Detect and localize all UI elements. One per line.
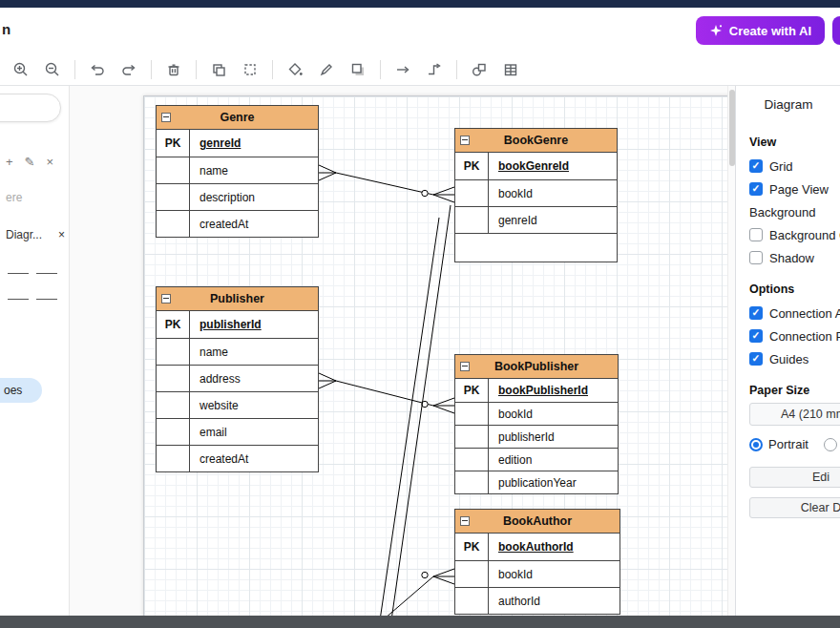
pk-cell — [157, 211, 190, 237]
connection-points-option[interactable]: Connection Po — [749, 324, 840, 347]
shadow-icon[interactable] — [348, 60, 368, 79]
entity-bookgenre[interactable]: BookGenre PKbookGenreId bookId genreId — [454, 128, 618, 262]
more-shapes-item[interactable]: oes — [0, 378, 42, 403]
table-row[interactable]: PKgenreId — [157, 130, 318, 157]
page-view-checkbox[interactable] — [749, 182, 763, 196]
table-row[interactable]: publisherId — [455, 425, 618, 448]
zoom-in-icon[interactable] — [11, 60, 31, 79]
table-row[interactable]: PKbookAuthorId — [455, 534, 620, 560]
collapse-icon[interactable] — [460, 362, 470, 371]
zoom-out-icon[interactable] — [43, 60, 62, 79]
field-cell: name — [190, 339, 318, 365]
close-icon[interactable]: × — [47, 155, 54, 169]
collapse-icon[interactable] — [460, 516, 470, 526]
orientation-row: Portrait — [749, 437, 837, 451]
line-shape[interactable] — [4, 262, 32, 286]
field-cell: bookId — [489, 561, 620, 587]
entity-publisher[interactable]: Publisher PKpublisherId name address web… — [156, 286, 319, 472]
line-shape[interactable] — [32, 262, 61, 286]
table-row[interactable]: PKpublisherId — [157, 311, 318, 338]
more-shapes-label: oes — [4, 384, 22, 397]
grid-checkbox[interactable] — [749, 159, 763, 173]
insert-table-icon[interactable] — [501, 60, 520, 79]
cutoff-purple-button[interactable] — [832, 16, 840, 45]
landscape-radio[interactable] — [824, 438, 837, 451]
table-row[interactable]: email — [157, 418, 318, 445]
table-row[interactable]: PKbookPublisherId — [455, 379, 618, 402]
background-color-checkbox[interactable] — [749, 228, 763, 241]
line-color-icon[interactable] — [317, 60, 336, 79]
line-shape[interactable] — [4, 286, 32, 311]
add-icon[interactable]: + — [6, 155, 13, 169]
background-color-option[interactable]: Background C — [749, 223, 840, 246]
collapse-icon[interactable] — [460, 136, 470, 145]
page-view-option[interactable]: Page View — [749, 178, 840, 200]
table-row[interactable]: bookId — [455, 402, 618, 425]
connection-points-checkbox[interactable] — [749, 329, 763, 343]
table-row[interactable]: name — [157, 157, 318, 183]
entity-bookauthor[interactable]: BookAuthor PKbookAuthorId bookId authorI… — [454, 509, 620, 615]
table-row[interactable]: publicationYear — [455, 471, 618, 493]
field-cell: edition — [489, 449, 618, 471]
table-row[interactable]: edition — [455, 448, 618, 471]
clear-default-button[interactable]: Clear D — [749, 497, 840, 518]
entity-genre[interactable]: Genre PKgenreId name description created… — [156, 105, 319, 238]
field-cell: email — [190, 419, 318, 445]
undo-icon[interactable] — [88, 60, 107, 79]
paper-size-select[interactable]: A4 (210 mm — [749, 403, 840, 426]
entity-title: Genre — [220, 111, 254, 124]
table-row-empty[interactable] — [455, 233, 617, 262]
field-cell: bookId — [489, 403, 618, 425]
table-row[interactable]: PKbookGenreId — [455, 153, 617, 179]
copy-icon[interactable] — [209, 60, 228, 79]
table-row[interactable]: createdAt — [157, 210, 318, 237]
table-row[interactable]: address — [157, 365, 318, 391]
connection-arrows-label: Connection Ar — [769, 306, 840, 321]
arrow-icon[interactable] — [393, 60, 412, 79]
edit-button[interactable]: Edi — [749, 467, 840, 488]
collapse-icon[interactable] — [161, 113, 171, 122]
portrait-radio[interactable] — [749, 438, 763, 451]
app-header: n Create with AI — [0, 8, 840, 53]
table-row[interactable]: name — [157, 338, 318, 365]
file-name: n — [2, 21, 10, 37]
search-input[interactable] — [0, 94, 61, 122]
table-row[interactable]: authorId — [455, 587, 620, 614]
table-row[interactable]: createdAt — [157, 445, 318, 471]
guides-option[interactable]: Guides — [749, 347, 840, 370]
connection-arrows-option[interactable]: Connection Ar — [749, 302, 840, 324]
view-section-label: View — [749, 136, 840, 149]
section-close-icon[interactable]: × — [58, 228, 65, 241]
pk-cell — [157, 366, 190, 391]
line-shape[interactable] — [32, 286, 61, 311]
grid-option[interactable]: Grid — [749, 155, 840, 178]
redo-icon[interactable] — [119, 60, 138, 79]
page-view-label: Page View — [769, 182, 829, 197]
guides-checkbox[interactable] — [749, 352, 763, 366]
shadow-checkbox[interactable] — [749, 251, 763, 264]
vertical-scrollbar[interactable] — [727, 86, 735, 616]
table-row[interactable]: description — [157, 183, 318, 210]
entity-title: BookGenre — [504, 134, 568, 147]
table-row[interactable]: bookId — [455, 179, 617, 206]
edit-icon[interactable]: ✎ — [25, 155, 35, 169]
shadow-option[interactable]: Shadow — [749, 246, 840, 269]
shapes-icon[interactable] — [470, 60, 489, 79]
create-with-ai-button[interactable]: Create with AI — [696, 16, 825, 45]
table-row[interactable]: genreId — [455, 206, 617, 233]
connector-icon[interactable] — [425, 60, 444, 79]
pk-cell — [157, 419, 190, 445]
select-dashed-icon[interactable] — [241, 60, 260, 79]
toolbar-divider — [456, 60, 457, 79]
table-row[interactable]: bookId — [455, 560, 620, 587]
diagram-canvas[interactable]: Genre PKgenreId name description created… — [70, 86, 727, 616]
portrait-label: Portrait — [768, 437, 808, 451]
table-row[interactable]: website — [157, 391, 318, 418]
pk-cell — [157, 157, 190, 183]
pk-cell — [455, 561, 489, 587]
fill-color-icon[interactable] — [285, 60, 304, 79]
delete-icon[interactable] — [164, 60, 183, 79]
connection-arrows-checkbox[interactable] — [749, 306, 763, 320]
entity-bookpublisher[interactable]: BookPublisher PKbookPublisherId bookId p… — [454, 354, 619, 494]
collapse-icon[interactable] — [161, 294, 171, 304]
